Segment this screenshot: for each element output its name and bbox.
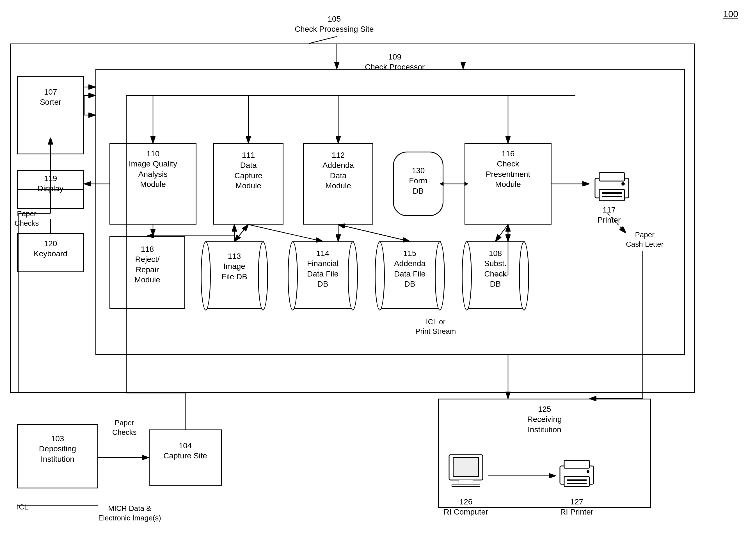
keyboard-label: 120Keyboard (17, 239, 84, 259)
printer-117-icon (589, 166, 634, 202)
svg-rect-13 (567, 479, 587, 481)
display-label: 119Display (17, 174, 84, 194)
svg-rect-7 (453, 458, 478, 477)
paper-cash-letter-label: PaperCash Letter (626, 230, 664, 249)
addenda-db-label: 115AddendaData FileDB (379, 248, 441, 289)
paper-checks-2-label: PaperChecks (112, 418, 137, 437)
svg-rect-3 (602, 192, 622, 194)
check-processing-site-label: 105Check Processing Site (295, 14, 374, 35)
icl-print-label: ICL orPrint Stream (415, 317, 456, 336)
image-quality-label: 110Image QualityAnalysisModule (109, 149, 197, 190)
svg-point-5 (621, 182, 625, 185)
figure-number: 100 (723, 8, 738, 20)
receiving-institution-label: 125ReceivingInstitution (438, 404, 651, 435)
ri-computer-icon (444, 452, 488, 491)
micr-data-label: MICR Data &Electronic Image(s) (98, 504, 161, 523)
svg-point-15 (587, 470, 589, 473)
check-presentment-label: 116CheckPresentmentModule (465, 149, 552, 190)
ri-computer-label: 126RI Computer (444, 497, 488, 517)
addenda-data-label: 112AddendaDataModule (303, 150, 373, 191)
financial-db-label: 114FinancialData FileDB (292, 248, 354, 289)
svg-rect-11 (564, 460, 589, 468)
form-db-label: 130FormDB (393, 166, 444, 196)
data-capture-label: 111DataCaptureModule (213, 150, 284, 191)
capture-site-label: 104Capture Site (149, 441, 222, 461)
svg-rect-14 (567, 483, 587, 484)
svg-rect-1 (599, 173, 625, 181)
icl-label: ICL (17, 502, 28, 512)
sorter-label: 107Sorter (17, 87, 84, 107)
svg-rect-4 (602, 196, 622, 197)
ri-printer-label: 127RI Printer (556, 497, 598, 517)
svg-rect-8 (459, 480, 473, 484)
ri-printer-icon (556, 455, 598, 488)
depositing-institution-label: 103DepositingInstitution (17, 434, 98, 464)
svg-rect-12 (564, 477, 589, 486)
image-file-db-label: 113ImageFile DB (205, 251, 264, 282)
subst-check-db-label: 108Subst.CheckDB (466, 248, 525, 289)
svg-rect-2 (599, 189, 625, 201)
paper-checks-left-label: PaperChecks (8, 209, 45, 228)
svg-line-20 (309, 37, 337, 43)
printer-117-label: 117Printer (587, 205, 632, 225)
reject-repair-label: 118Reject/RepairModule (109, 244, 185, 285)
svg-rect-9 (452, 484, 480, 486)
